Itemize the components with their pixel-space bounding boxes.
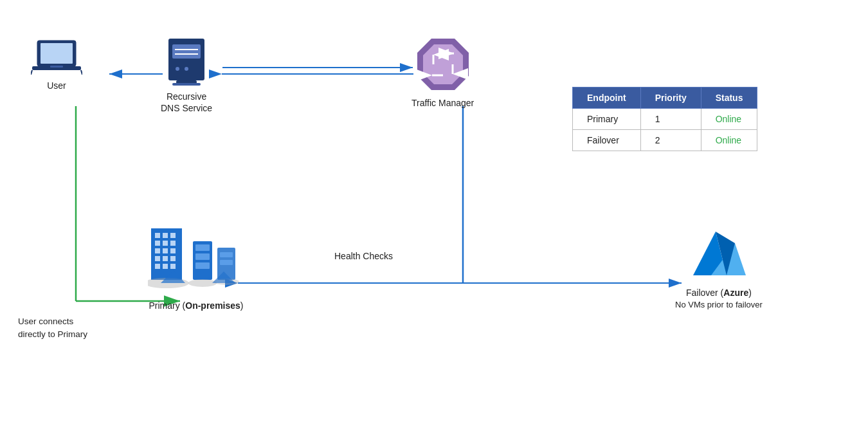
svg-rect-48 — [170, 248, 176, 253]
svg-rect-16 — [41, 43, 73, 64]
status-cell-2: Online — [701, 130, 757, 151]
user-connects-label: User connectsdirectly to Primary — [18, 315, 87, 342]
endpoint-cell-2: Failover — [573, 130, 641, 151]
svg-rect-46 — [155, 248, 160, 253]
svg-rect-41 — [163, 233, 168, 238]
status-cell-1: Online — [701, 109, 757, 130]
svg-rect-42 — [170, 233, 176, 238]
svg-point-25 — [176, 67, 179, 71]
svg-rect-64 — [220, 260, 233, 265]
svg-rect-52 — [155, 264, 160, 269]
table-row: Failover 2 Online — [573, 130, 757, 151]
dns-label: RecursiveDNS Service — [161, 91, 212, 114]
svg-rect-28 — [172, 83, 201, 86]
svg-rect-22 — [172, 44, 201, 59]
dns-icon-group: RecursiveDNS Service — [161, 35, 212, 114]
primary-servers-label: Primary (On-premises) — [149, 300, 243, 311]
svg-rect-51 — [170, 256, 176, 261]
traffic-manager-icon-group: Traffic Manager — [411, 35, 474, 109]
diagram: User RecursiveDNS Service — [0, 0, 868, 422]
health-checks-label: Health Checks — [334, 251, 393, 261]
svg-rect-58 — [195, 253, 210, 260]
svg-rect-57 — [195, 244, 210, 251]
priority-cell-1: 1 — [640, 109, 701, 130]
col-header-endpoint: Endpoint — [573, 87, 641, 109]
svg-rect-40 — [155, 233, 160, 238]
svg-rect-54 — [170, 264, 176, 269]
svg-rect-47 — [163, 248, 168, 253]
svg-line-20 — [81, 70, 82, 75]
col-header-status: Status — [701, 87, 757, 109]
svg-rect-59 — [195, 262, 210, 269]
user-label: User — [47, 80, 66, 91]
servers-icon — [148, 225, 244, 296]
dns-server-icon — [163, 35, 210, 87]
endpoint-cell-1: Primary — [573, 109, 641, 130]
svg-point-26 — [185, 67, 188, 71]
svg-line-19 — [31, 70, 32, 75]
user-icon-group: User — [31, 39, 82, 91]
col-header-priority: Priority — [640, 87, 701, 109]
table-row: Primary 1 Online — [573, 109, 757, 130]
laptop-icon — [31, 39, 82, 76]
azure-logo-icon — [687, 225, 751, 283]
svg-rect-43 — [155, 241, 160, 246]
svg-rect-49 — [155, 256, 160, 261]
svg-rect-18 — [50, 66, 63, 68]
azure-label: Failover (Azure)No VMs prior to failover — [675, 287, 763, 311]
priority-table: Endpoint Priority Status Primary 1 Onlin… — [572, 87, 757, 151]
azure-icon-group: Failover (Azure)No VMs prior to failover — [675, 225, 763, 311]
primary-servers-icon-group: Primary (On-premises) — [148, 225, 244, 311]
svg-marker-30 — [423, 44, 463, 84]
traffic-manager-icon — [414, 35, 472, 93]
svg-rect-44 — [163, 241, 168, 246]
svg-rect-63 — [220, 252, 233, 257]
svg-rect-53 — [163, 264, 168, 269]
priority-cell-2: 2 — [640, 130, 701, 151]
traffic-manager-label: Traffic Manager — [411, 97, 474, 109]
svg-rect-45 — [170, 241, 176, 246]
svg-rect-50 — [163, 256, 168, 261]
